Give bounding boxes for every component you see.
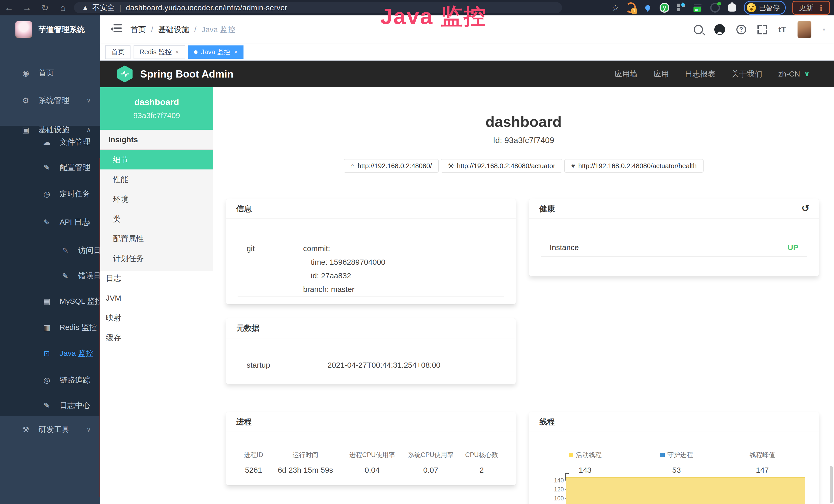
wrench-icon: ⚒ [448,162,454,170]
sidebar-item-log-center[interactable]: ✎ 日志中心 [0,393,100,418]
page-subtitle: Id: 93a3fc7f7409 [213,136,834,145]
close-icon[interactable]: × [175,48,179,56]
info-card-title: 信息 [226,199,516,219]
sba-nav-applications[interactable]: 应用 [654,69,669,79]
sba-logo-icon[interactable] [117,66,133,83]
process-stat-pid: 进程ID 5261 [244,451,263,475]
y-tick-100: 100 [545,495,564,502]
service-url-button[interactable]: ⌂ http://192.168.0.2:48080/ [344,159,439,173]
menu-item-classes[interactable]: 类 [100,209,213,229]
extension-y-icon[interactable]: y [660,3,670,13]
admin-sidebar: 芋道管理系统 ◉ 首页 ⚙ 系统管理 ∨ ▣ 基础设施 ∧ ☁ 文件管理 ✎ 配… [0,16,100,504]
help-icon[interactable]: ? [737,25,746,35]
process-stat-cores: CPU核心数 2 [465,451,498,475]
tab-redis-monitor[interactable]: Redis 监控 × [134,45,185,59]
health-instance-row[interactable]: Instance UP [541,243,807,256]
y-axis-line [565,473,566,480]
bookmark-star-icon[interactable]: ☆ [612,3,619,13]
threads-card: 线程 活动线程 143 守护进程 53 线程峰值 147 140 120 100 [529,412,819,504]
font-size-icon[interactable]: tT [778,25,786,35]
profile-paused-badge[interactable]: 已暂停 [744,1,786,15]
health-url-button[interactable]: ♥ http://192.168.0.2:48080/actuator/heal… [564,159,704,173]
menu-item-scheduled-tasks[interactable]: 计划任务 [100,249,213,268]
menu-item-logs[interactable]: 日志 [100,268,213,288]
info-git-label: git [247,242,303,297]
browser-home-icon[interactable]: ⌂ [54,3,72,13]
threads-card-title: 线程 [529,412,819,432]
extension-reload-icon[interactable]: 1 [626,3,636,13]
address-bar[interactable]: ▲ 不安全 | dashboard.yudao.iocoder.cn/infra… [74,2,562,13]
menu-item-metrics[interactable]: 性能 [100,169,213,189]
sba-locale-select[interactable]: zh-CN ∨ [778,70,810,78]
threads-stat-peak: 线程峰值 147 [749,451,775,475]
sba-nav-about[interactable]: 关于我们 [731,69,762,79]
insecure-warning-icon: ▲ [82,4,89,12]
sidebar-item-home[interactable]: ◉ 首页 [0,60,100,86]
extension-on-icon[interactable]: on [693,3,703,13]
menu-item-mappings[interactable]: 映射 [100,308,213,328]
log-edit-icon: ✎ [41,401,52,410]
url-text: dashboard.yudao.iocoder.cn/infra/admin-s… [126,4,287,12]
home-icon: ⌂ [351,162,355,170]
info-git-value: commit: time: 1596289704000 id: 27aa832 … [303,242,385,297]
tab-java-monitor[interactable]: Java 监控 × [188,45,243,59]
sidebar-item-redis-monitor[interactable]: ▥ Redis 监控 [0,315,100,340]
info-git-row: git commit: time: 1596289704000 id: 27aa… [238,242,504,297]
browser-menu-dots-icon[interactable]: ⋮ [817,3,825,12]
dashboard-icon: ◉ [20,69,31,77]
menu-item-config-props[interactable]: 配置属性 [100,229,213,249]
tags-view-bar: 首页 Redis 监控 × Java 监控 × [100,44,834,61]
app-logo-image [16,21,32,38]
github-icon[interactable] [714,24,725,35]
fullscreen-icon[interactable] [758,25,767,35]
breadcrumb-home[interactable]: 首页 [130,24,146,35]
extension-pin-icon[interactable] [643,3,653,13]
browser-forward-icon[interactable]: → [18,3,36,13]
sidebar-item-scheduled-jobs[interactable]: ◷ 定时任务 [0,181,100,207]
instance-id: 93a3fc7f7409 [133,111,180,120]
chevron-down-icon: ∨ [86,97,91,104]
user-avatar[interactable] [797,21,811,38]
sba-brand-title[interactable]: Spring Boot Admin [140,68,234,80]
chevron-down-icon: ∨ [804,70,810,78]
browser-back-icon[interactable]: ← [0,3,18,13]
sidebar-collapse-icon[interactable] [111,24,122,35]
close-icon[interactable]: × [234,48,238,56]
extension-grid-icon[interactable] [676,3,686,13]
sidebar-item-config-manage[interactable]: ✎ 配置管理 [0,155,100,180]
tools-icon: ⚒ [20,425,31,434]
extensions-puzzle-icon[interactable] [727,3,737,13]
browser-update-button[interactable]: 更新 ⋮ [792,1,830,15]
sidebar-item-dev-tools[interactable]: ⚒ 研发工具 ∨ [0,417,100,442]
sba-nav-journal[interactable]: 日志报表 [685,69,716,79]
menu-item-details[interactable]: 细节 [100,150,213,169]
sidebar-item-java-monitor[interactable]: ⊡ Java 监控 [0,340,100,366]
extension-leaf-icon[interactable] [710,3,720,13]
tab-home[interactable]: 首页 [105,45,130,59]
scrollbar-thumb[interactable] [830,466,833,503]
app-logo[interactable]: 芋道管理系统 [0,16,100,44]
menu-item-jvm[interactable]: JVM [100,288,213,308]
browser-reload-icon[interactable]: ↻ [36,3,54,13]
heartbeat-icon: ♥ [571,162,575,170]
sidebar-item-api-log[interactable]: ✎ API 日志 ∧ [0,209,100,235]
breadcrumb-infra[interactable]: 基础设施 [158,24,189,35]
search-icon[interactable] [694,25,703,34]
history-icon[interactable]: ↻ [802,203,810,214]
sidebar-item-access-log[interactable]: ✎ 访问日志 [0,237,100,263]
actuator-url-button[interactable]: ⚒ http://192.168.0.2:48080/actuator [441,159,562,173]
timer-icon: ◷ [41,189,52,199]
sidebar-item-mysql-monitor[interactable]: ▤ MySQL 监控 [0,288,100,314]
sidebar-item-system[interactable]: ⚙ 系统管理 ∨ [0,88,100,113]
sidebar-item-error-log[interactable]: ✎ 错误日志 [0,263,100,289]
sba-nav-wallboard[interactable]: 应用墙 [614,69,637,79]
sidebar-item-tracing[interactable]: ◎ 链路追踪 [0,367,100,393]
chevron-up-icon: ∧ [86,219,91,226]
process-stat-uptime: 运行时间 6d 23h 15m 59s [278,451,333,475]
sidebar-item-file-manage[interactable]: ☁ 文件管理 [0,129,100,155]
instance-header[interactable]: dashboard 93a3fc7f7409 [100,87,213,130]
y-axis-cap [565,473,569,474]
avatar-caret-icon[interactable]: ▾ [823,26,825,32]
menu-item-environment[interactable]: 环境 [100,189,213,209]
menu-item-caches[interactable]: 缓存 [100,328,213,347]
